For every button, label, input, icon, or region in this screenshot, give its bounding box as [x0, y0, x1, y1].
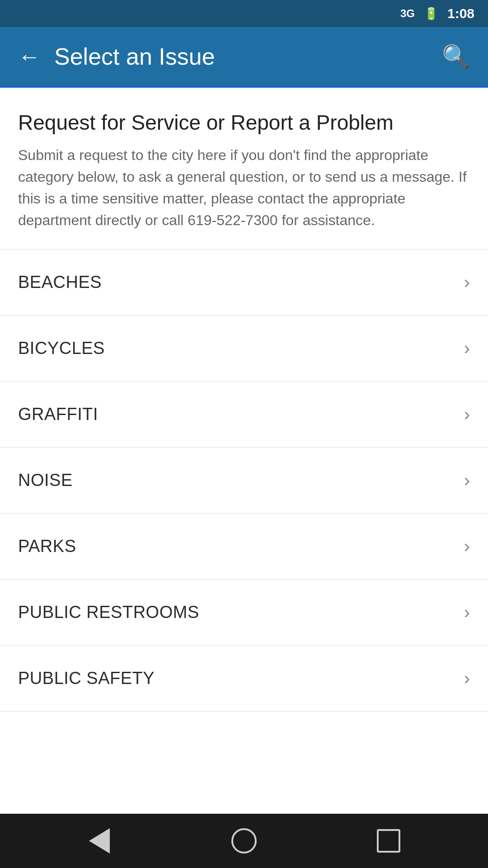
search-icon[interactable]: 🔍: [442, 43, 470, 70]
clock: 1:08: [447, 6, 474, 21]
app-bar: ← Select an Issue 🔍: [0, 27, 488, 86]
recents-square-icon: [377, 829, 400, 853]
issue-label: PUBLIC SAFETY: [18, 669, 155, 688]
chevron-right-icon: ›: [464, 272, 470, 292]
chevron-right-icon: ›: [464, 470, 470, 491]
issue-label: PARKS: [18, 537, 76, 556]
page-title: Select an Issue: [54, 43, 215, 70]
issue-label: GRAFFITI: [18, 405, 98, 424]
main-content: Request for Service or Report a Problem …: [0, 88, 488, 814]
list-item[interactable]: GRAFFITI ›: [0, 382, 488, 448]
status-bar: 3G 🔋 1:08: [0, 0, 488, 27]
chevron-right-icon: ›: [464, 404, 470, 425]
list-item[interactable]: PUBLIC RESTROOMS ›: [0, 580, 488, 646]
list-item[interactable]: NOISE ›: [0, 448, 488, 514]
intro-section: Request for Service or Report a Problem …: [0, 88, 488, 250]
list-item[interactable]: PARKS ›: [0, 514, 488, 580]
chevron-right-icon: ›: [464, 602, 470, 623]
list-item[interactable]: PUBLIC SAFETY ›: [0, 646, 488, 712]
back-triangle-icon: [89, 828, 110, 854]
list-item[interactable]: BICYCLES ›: [0, 316, 488, 382]
issue-list: BEACHES › BICYCLES › GRAFFITI › NOISE › …: [0, 250, 488, 712]
chevron-right-icon: ›: [464, 338, 470, 359]
back-button[interactable]: ←: [18, 45, 41, 68]
nav-back-button[interactable]: [81, 823, 117, 859]
issue-label: BICYCLES: [18, 339, 105, 358]
battery-icon: 🔋: [424, 7, 438, 21]
nav-bar: [0, 814, 488, 868]
nav-home-button[interactable]: [226, 823, 262, 859]
home-circle-icon: [231, 828, 257, 854]
chevron-right-icon: ›: [464, 668, 470, 689]
issue-label: PUBLIC RESTROOMS: [18, 603, 199, 622]
list-item[interactable]: BEACHES ›: [0, 250, 488, 316]
issue-label: NOISE: [18, 471, 73, 490]
issue-label: BEACHES: [18, 273, 102, 292]
intro-title: Request for Service or Report a Problem: [18, 110, 470, 135]
signal-indicator: 3G: [400, 7, 415, 20]
intro-description: Submit a request to the city here if you…: [18, 144, 470, 231]
app-bar-left: ← Select an Issue: [18, 43, 215, 70]
nav-recents-button[interactable]: [371, 823, 407, 859]
chevron-right-icon: ›: [464, 536, 470, 557]
